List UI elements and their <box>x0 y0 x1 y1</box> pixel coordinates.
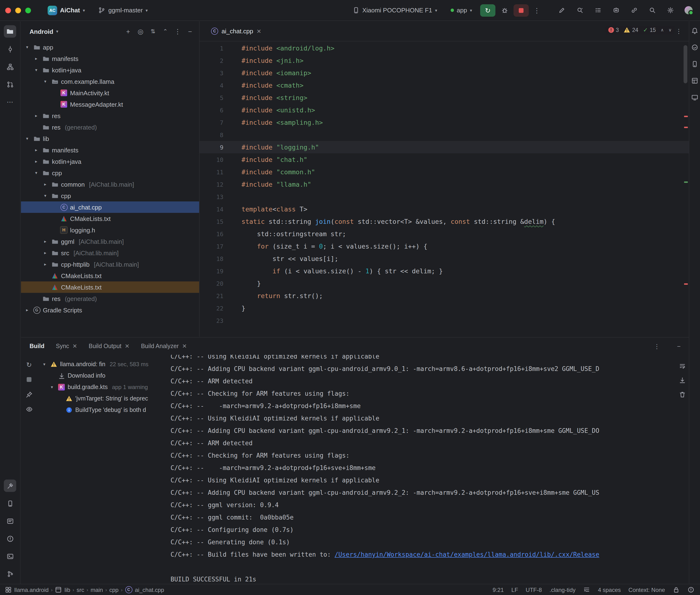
project-tree-item[interactable]: ▸kotlin+java <box>21 156 199 167</box>
code-line[interactable]: 5#include <string> <box>200 91 689 104</box>
project-tree-item[interactable]: ▾kotlin+java <box>21 64 199 76</box>
code-line[interactable]: 15static std::string join(const std::vec… <box>200 215 689 228</box>
run-config-selector[interactable]: app ▾ <box>447 5 475 16</box>
project-tree-item[interactable]: CMakeLists.txt <box>21 213 199 224</box>
add-button[interactable]: + <box>123 26 133 37</box>
expand-all-button[interactable]: ⇅ <box>148 26 158 37</box>
vcs-branch-widget[interactable]: ggml-master ▾ <box>95 5 151 16</box>
terminal-tool-button[interactable] <box>4 550 16 562</box>
build-options-button[interactable]: ⋮ <box>652 341 662 351</box>
editor-scrollbar[interactable] <box>683 45 688 83</box>
debug-button[interactable] <box>498 4 511 17</box>
code-line[interactable]: 17 for (size_t i = 0; i < values.size();… <box>200 240 689 252</box>
project-tree-item[interactable]: CMakeLists.txt <box>21 281 199 293</box>
chevron-down-icon[interactable]: ▾ <box>33 67 39 73</box>
profile-button[interactable] <box>682 4 695 17</box>
code-line[interactable]: 4#include <cmath> <box>200 79 689 91</box>
error-stripe-mark[interactable] <box>684 283 688 285</box>
close-tab-icon[interactable]: ✕ <box>73 343 77 349</box>
chevron-down-icon[interactable]: ▾ <box>24 45 30 50</box>
locate-button[interactable]: ◎ <box>135 26 146 37</box>
collapse-all-button[interactable]: ⌃ <box>160 26 171 37</box>
build-tool-button[interactable] <box>4 480 16 492</box>
search-everywhere-ai-button[interactable] <box>573 4 586 17</box>
rerun-button[interactable]: ↻ <box>480 4 496 17</box>
code-line[interactable]: 3#include <iomanip> <box>200 67 689 79</box>
breadcrumb-item[interactable]: cpp <box>109 587 119 593</box>
gradle-tool-button[interactable] <box>690 42 700 52</box>
project-tree-item[interactable]: CMakeLists.txt <box>21 270 199 281</box>
code-line[interactable]: 20 } <box>200 277 689 289</box>
build-tab-build-output[interactable]: Build Output✕ <box>89 343 130 349</box>
code-line[interactable]: 18 str << values[i]; <box>200 252 689 265</box>
layout-inspector-tool-button[interactable] <box>690 75 700 86</box>
rerun-button[interactable]: ↻ <box>24 360 34 370</box>
close-tab-icon[interactable]: ✕ <box>256 28 261 34</box>
inspections-widget[interactable]: ! 3 24 ✓ 15 ∧ ∨ <box>606 26 675 34</box>
device-manager-tool-button[interactable] <box>690 59 700 69</box>
pull-requests-tool-button[interactable] <box>4 78 16 90</box>
commit-tool-button[interactable] <box>4 43 16 55</box>
hide-button[interactable]: − <box>185 26 195 37</box>
next-problem-icon[interactable]: ∨ <box>669 28 672 32</box>
code-line[interactable]: 14template<class T> <box>200 203 689 215</box>
project-tree-item[interactable]: ▸GGradle Scripts <box>21 304 199 316</box>
stop-button[interactable] <box>24 374 34 385</box>
project-tree-item[interactable]: ▸res <box>21 110 199 121</box>
project-tree-item[interactable]: res(generated) <box>21 293 199 304</box>
problems-tool-button[interactable] <box>4 532 16 545</box>
project-widget[interactable]: AC AiChat ▾ <box>44 4 88 17</box>
search-button[interactable] <box>646 4 658 17</box>
inspections-status-icon[interactable] <box>688 586 695 593</box>
breadcrumb-item[interactable]: ai_chat.cpp <box>135 587 164 593</box>
breadcrumb-item[interactable]: main <box>90 587 103 593</box>
version-control-tool-button[interactable] <box>4 568 16 580</box>
project-tree-item[interactable]: ▸ggml[AiChat.lib.main] <box>21 236 199 247</box>
chevron-right-icon[interactable]: ▸ <box>33 113 39 118</box>
breadcrumb-item[interactable]: src <box>77 587 84 593</box>
code-line[interactable]: 8 <box>200 129 689 141</box>
chevron-right-icon[interactable]: ▸ <box>33 56 39 61</box>
project-tree-item[interactable]: ▾app <box>21 41 199 53</box>
project-view-selector[interactable]: Android <box>30 28 53 35</box>
ai-assistant-button[interactable] <box>610 4 622 17</box>
breadcrumb-item[interactable]: lib <box>64 587 70 593</box>
more-button[interactable]: ⋮ <box>172 26 183 37</box>
project-tree-item[interactable]: KMainActivity.kt <box>21 87 199 98</box>
build-console[interactable]: C/C++: -- Using KleidiAI optimized kerne… <box>171 355 674 584</box>
chevron-right-icon[interactable]: ▸ <box>24 308 30 312</box>
code-line[interactable]: 7#include <sampling.h> <box>200 116 689 129</box>
code-line[interactable]: 6#include <unistd.h> <box>200 104 689 116</box>
more-tool-button[interactable]: ⋯ <box>4 96 16 108</box>
project-tree-item[interactable]: ▸common[AiChat.lib.main] <box>21 178 199 190</box>
editor-tab[interactable]: C ai_chat.cpp ✕ <box>206 22 266 41</box>
chevron-right-icon[interactable]: ▸ <box>33 159 39 164</box>
running-devices-tool-button[interactable] <box>690 92 700 103</box>
code-line[interactable]: 21 return str.str(); <box>200 289 689 302</box>
close-tab-icon[interactable]: ✕ <box>125 343 130 349</box>
device-explorer-tool-button[interactable] <box>4 497 16 510</box>
project-tree-item[interactable]: Hlogging.h <box>21 224 199 236</box>
code-viewport[interactable]: 1#include <android/log.h>2#include <jni.… <box>200 42 689 337</box>
zoom-button[interactable] <box>25 7 31 13</box>
line-separator-widget[interactable]: LF <box>511 587 518 593</box>
clear-button[interactable] <box>677 389 688 399</box>
device-selector[interactable]: Xiaomi POCOPHONE F1 ▾ <box>349 5 440 16</box>
code-line[interactable]: 13 <box>200 191 689 203</box>
code-line[interactable]: 11#include "common.h" <box>200 166 689 178</box>
caret-position-widget[interactable]: 9:21 <box>493 587 504 593</box>
soft-wrap-button[interactable] <box>677 361 688 371</box>
code-line[interactable]: 10#include "chat.h" <box>200 153 689 166</box>
pin-button[interactable] <box>24 389 34 399</box>
error-stripe-mark[interactable] <box>684 116 688 117</box>
task-list-button[interactable] <box>592 4 604 17</box>
code-line[interactable]: 9#include "logging.h" <box>200 141 689 153</box>
notifications-tool-button[interactable] <box>690 25 700 36</box>
prev-problem-icon[interactable]: ∧ <box>661 28 664 32</box>
scroll-to-end-button[interactable] <box>677 375 688 385</box>
build-tree-item[interactable]: Download info <box>40 370 176 381</box>
project-tree-item[interactable]: ▾lib <box>21 133 199 144</box>
chevron-down-icon[interactable]: ▾ <box>49 385 55 390</box>
error-stripe-mark[interactable] <box>684 127 688 128</box>
project-tree-item[interactable]: ▸manifests <box>21 144 199 156</box>
